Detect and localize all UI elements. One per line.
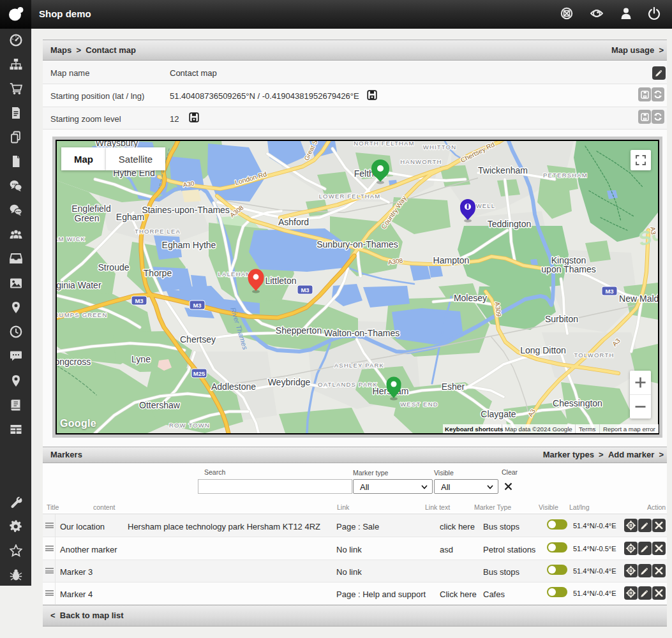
svg-text:M3: M3 xyxy=(135,297,143,304)
svg-text:Littleton: Littleton xyxy=(265,276,296,286)
svg-text:Ashford: Ashford xyxy=(278,217,309,227)
svg-text:TRUMPS GREEN: TRUMPS GREEN xyxy=(57,311,107,318)
svg-text:Surbiton: Surbiton xyxy=(545,314,578,324)
svg-text:A3: A3 xyxy=(649,226,657,235)
svg-text:OATLANDS PARK: OATLANDS PARK xyxy=(318,381,378,388)
svg-text:upon Thames: upon Thames xyxy=(541,264,595,274)
svg-text:NORTH FELTHAM: NORTH FELTHAM xyxy=(354,141,414,147)
svg-text:Egham: Egham xyxy=(116,212,144,222)
svg-text:WHITTON: WHITTON xyxy=(423,144,457,151)
svg-text:TOLWORTH: TOLWORTH xyxy=(574,352,615,359)
svg-text:Lyne: Lyne xyxy=(131,354,151,364)
svg-text:Claygate: Claygate xyxy=(481,409,516,419)
svg-text:Molesey: Molesey xyxy=(454,293,487,303)
svg-text:Addlestone: Addlestone xyxy=(211,382,256,392)
svg-text:Stroude: Stroude xyxy=(98,262,129,272)
svg-text:Shepperton: Shepperton xyxy=(276,325,322,336)
svg-text:HAM WICK: HAM WICK xyxy=(57,235,86,242)
svg-text:Teddington: Teddington xyxy=(488,219,532,229)
svg-text:THORPE LEA: THORPE LEA xyxy=(135,228,181,235)
svg-text:Egham Hythe: Egham Hythe xyxy=(162,240,216,250)
svg-text:Twickenham: Twickenham xyxy=(478,165,528,175)
svg-text:M3: M3 xyxy=(605,288,613,295)
svg-text:Chessington: Chessington xyxy=(553,398,602,408)
svg-text:Longcross: Longcross xyxy=(57,357,91,367)
svg-text:ASHLEY PARK: ASHLEY PARK xyxy=(334,362,384,369)
svg-text:M3: M3 xyxy=(301,286,309,293)
svg-text:Thorpe: Thorpe xyxy=(144,268,172,278)
svg-text:HANWORTH: HANWORTH xyxy=(400,158,442,165)
svg-text:M3: M3 xyxy=(193,302,201,309)
svg-text:Sunbury-on-Thames: Sunbury-on-Thames xyxy=(317,239,398,249)
svg-text:WELL: WELL xyxy=(476,202,496,209)
svg-text:LOWER FELTHAM: LOWER FELTHAM xyxy=(319,193,381,200)
svg-text:Walton-on-Thames: Walton-on-Thames xyxy=(324,328,400,338)
svg-text:Hampton: Hampton xyxy=(433,255,470,265)
svg-text:WEST END: WEST END xyxy=(400,401,438,408)
svg-text:M25: M25 xyxy=(193,370,205,377)
svg-text:Staines-upon-Thames: Staines-upon-Thames xyxy=(142,205,230,215)
svg-text:LALEHAM: LALEHAM xyxy=(218,271,252,278)
svg-text:Green: Green xyxy=(75,213,100,223)
svg-text:ROW TOWN: ROW TOWN xyxy=(169,422,210,429)
svg-text:Weybridge: Weybridge xyxy=(268,377,311,387)
svg-text:Englefield: Englefield xyxy=(71,204,111,214)
svg-text:Long Ditton: Long Ditton xyxy=(520,345,566,355)
svg-text:Virginia Water: Virginia Water xyxy=(57,280,101,290)
svg-text:PETERSHAM: PETERSHAM xyxy=(543,172,588,179)
svg-text:Ottershaw: Ottershaw xyxy=(139,400,181,410)
svg-text:New Malden: New Malden xyxy=(619,293,658,304)
svg-text:Chertsey: Chertsey xyxy=(180,334,216,345)
svg-text:Esher: Esher xyxy=(442,382,465,392)
